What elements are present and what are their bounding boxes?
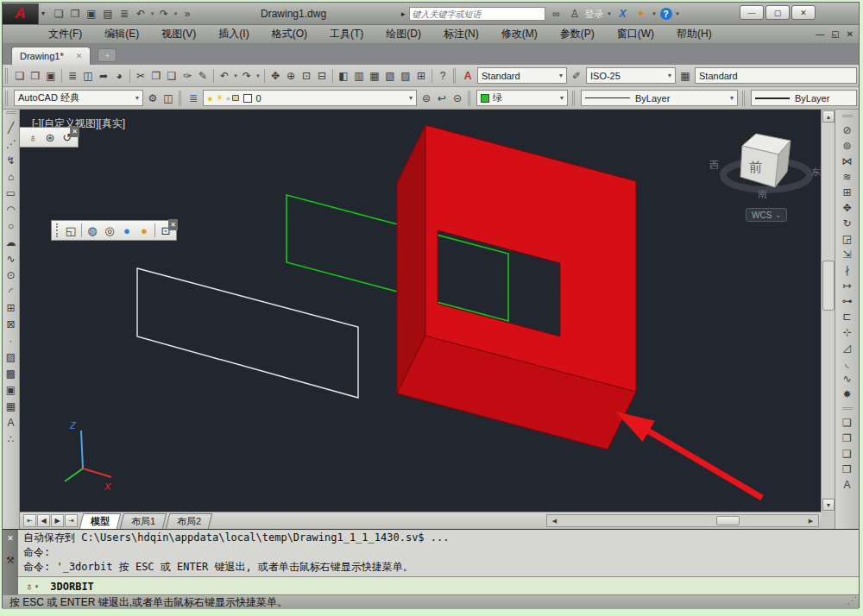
doc-minimize-icon[interactable]: — bbox=[816, 29, 824, 39]
free-orbit-icon[interactable]: ⊛ bbox=[41, 129, 59, 146]
toolbar-grip[interactable] bbox=[6, 111, 16, 115]
tab-layout2[interactable]: 布局2 bbox=[166, 513, 213, 529]
2d-wireframe-icon[interactable]: ◱ bbox=[62, 222, 79, 239]
circle-icon[interactable]: ○ bbox=[3, 217, 19, 234]
first-tab-icon[interactable]: ⇤ bbox=[23, 514, 36, 527]
cut-icon[interactable]: ✂ bbox=[133, 68, 148, 84]
orbit-command-icon[interactable]: ♁ bbox=[25, 580, 34, 593]
customize-icon[interactable]: ⚒ bbox=[6, 555, 15, 566]
help-dropdown-icon[interactable]: ▾ bbox=[675, 6, 681, 22]
viewcube-west-label[interactable]: 西 bbox=[709, 160, 719, 170]
model-space-viewport[interactable]: Z X [-][自定义视图][真实] ♁⊛↺ ✕ ◱◍◎●●⊡ ✕ bbox=[20, 110, 821, 512]
revision-cloud-icon[interactable]: ☁ bbox=[3, 234, 19, 250]
menu-item[interactable]: 插入(I) bbox=[207, 27, 260, 41]
chamfer-icon[interactable]: ◿ bbox=[839, 340, 855, 355]
menu-item[interactable]: 格式(O) bbox=[261, 27, 318, 41]
toolbar-grip[interactable] bbox=[5, 68, 9, 84]
table-style-combo[interactable]: Standard bbox=[695, 67, 857, 84]
vertical-scrollbar[interactable]: ▲ ▼ bbox=[821, 110, 835, 512]
layer-isolate-icon[interactable]: ⊝ bbox=[450, 91, 465, 106]
help-icon[interactable]: ? bbox=[660, 8, 672, 20]
ellipse-arc-icon[interactable]: ◜ bbox=[3, 283, 19, 299]
layer-unlock-icon[interactable] bbox=[232, 95, 239, 101]
command-input-row[interactable]: ♁ ▾ 3DORBIT bbox=[18, 576, 859, 595]
vertical-scroll-thumb[interactable] bbox=[822, 261, 835, 311]
hatch-icon[interactable]: ▨ bbox=[3, 349, 19, 365]
offset-icon[interactable]: ≋ bbox=[839, 169, 855, 185]
table-icon[interactable]: ▦ bbox=[3, 398, 19, 414]
next-tab-icon[interactable]: ▶ bbox=[51, 514, 64, 527]
break-icon[interactable]: ⊏ bbox=[839, 309, 855, 324]
scroll-right-icon[interactable]: ▶ bbox=[805, 516, 816, 525]
separator[interactable] bbox=[332, 69, 333, 83]
chevron-down-icon[interactable]: ▾ bbox=[35, 583, 39, 590]
copy-icon[interactable]: ❐ bbox=[148, 68, 164, 84]
redo-dropdown-icon[interactable]: ▾ bbox=[255, 68, 261, 84]
scroll-left-icon[interactable]: ◀ bbox=[549, 516, 560, 525]
apps-icon[interactable]: ✦ bbox=[633, 6, 649, 22]
linetype-combo[interactable]: ByLayer ▾ bbox=[581, 90, 738, 106]
toolbar-grip[interactable] bbox=[742, 91, 746, 106]
file-tab-drawing1[interactable]: Drawing1* ✕ bbox=[11, 47, 91, 65]
join-icon[interactable]: ⊹ bbox=[839, 324, 855, 340]
separator[interactable] bbox=[154, 223, 155, 237]
array-icon[interactable]: ⊞ bbox=[839, 185, 855, 200]
menu-item[interactable]: 视图(V) bbox=[150, 27, 207, 41]
viewcube[interactable]: 西 南 东 前 WCS ⌄ bbox=[704, 125, 821, 229]
toolbar-grip[interactable] bbox=[20, 130, 22, 144]
chevron-down-icon[interactable]: ▾ bbox=[725, 94, 734, 102]
horizontal-scrollbar[interactable]: ◀ ▶ bbox=[546, 514, 819, 527]
viewcube-east-label[interactable]: 东 bbox=[811, 167, 821, 177]
chevron-down-icon[interactable]: ▾ bbox=[663, 72, 671, 79]
ucs-icon[interactable]: Z X bbox=[65, 420, 111, 492]
dim-style-icon[interactable]: ✐ bbox=[569, 68, 584, 84]
paste-icon[interactable]: ❑ bbox=[164, 68, 180, 84]
command-input-text[interactable]: 3DORBIT bbox=[50, 581, 94, 593]
toolbar-grip[interactable] bbox=[5, 91, 9, 106]
separator[interactable] bbox=[432, 69, 432, 83]
toolbar-grip[interactable] bbox=[468, 91, 472, 106]
pan-icon[interactable]: ✥ bbox=[268, 68, 283, 84]
save-icon[interactable]: ▣ bbox=[84, 6, 99, 22]
open-icon[interactable]: ❒ bbox=[67, 6, 83, 22]
white-rectangle[interactable] bbox=[137, 268, 358, 398]
conceptual-style-icon[interactable]: ● bbox=[135, 222, 153, 239]
close-icon[interactable]: ✕ bbox=[7, 534, 14, 543]
spline-icon[interactable]: ∿ bbox=[3, 250, 19, 267]
toolbar-grip[interactable] bbox=[572, 91, 576, 106]
markup-set-icon[interactable]: ▨ bbox=[398, 68, 413, 84]
polyline-icon[interactable]: ↯ bbox=[3, 152, 19, 168]
send-to-back-icon[interactable]: ❐ bbox=[839, 431, 855, 446]
viewcube-south-label[interactable]: 南 bbox=[758, 189, 767, 199]
new-tab-button[interactable]: + bbox=[98, 48, 117, 62]
point-cloud-icon[interactable]: ∴ bbox=[3, 431, 19, 447]
maximize-button[interactable]: ▢ bbox=[765, 5, 790, 20]
line-icon[interactable]: ╱ bbox=[3, 119, 19, 135]
workspace-settings-icon[interactable]: ⚙ bbox=[145, 91, 161, 106]
print-icon[interactable]: ≣ bbox=[117, 6, 132, 22]
construction-line-icon[interactable]: ⋰ bbox=[3, 135, 19, 152]
insert-block-icon[interactable]: ⊞ bbox=[3, 299, 19, 316]
chevron-down-icon[interactable]: ▾ bbox=[555, 94, 564, 102]
doc-close-icon[interactable]: ✕ bbox=[847, 29, 854, 39]
file-tab-close-icon[interactable]: ✕ bbox=[76, 52, 83, 60]
mirror-icon[interactable]: ⋈ bbox=[839, 154, 855, 169]
separator[interactable] bbox=[81, 223, 82, 237]
chevron-down-icon[interactable]: ▾ bbox=[404, 94, 413, 102]
trim-icon[interactable]: ∤ bbox=[839, 262, 855, 278]
tool-palettes-icon[interactable]: ▦ bbox=[367, 68, 382, 84]
plot-styles-icon[interactable]: ◕ bbox=[111, 68, 127, 84]
layer-color-swatch[interactable] bbox=[243, 94, 252, 103]
multiline-text-icon[interactable]: A bbox=[3, 414, 19, 431]
chevron-down-icon[interactable]: ▾ bbox=[130, 94, 139, 102]
tab-model[interactable]: 模型 bbox=[79, 513, 121, 529]
block-editor-icon[interactable]: ✎ bbox=[195, 68, 211, 84]
command-history[interactable]: 自动保存到 C:\Users\hdqin\appdata\local\temp\… bbox=[18, 530, 859, 576]
help-icon[interactable]: ? bbox=[435, 68, 450, 84]
lineweight-combo[interactable]: ByLayer bbox=[751, 90, 857, 106]
3d-hidden-icon[interactable]: ◎ bbox=[101, 222, 118, 239]
menu-item[interactable]: 窗口(W) bbox=[606, 27, 665, 41]
send-under-objects-icon[interactable]: ❒ bbox=[839, 462, 855, 477]
separator[interactable] bbox=[129, 69, 130, 83]
bring-above-objects-icon[interactable]: ❑ bbox=[839, 446, 855, 462]
